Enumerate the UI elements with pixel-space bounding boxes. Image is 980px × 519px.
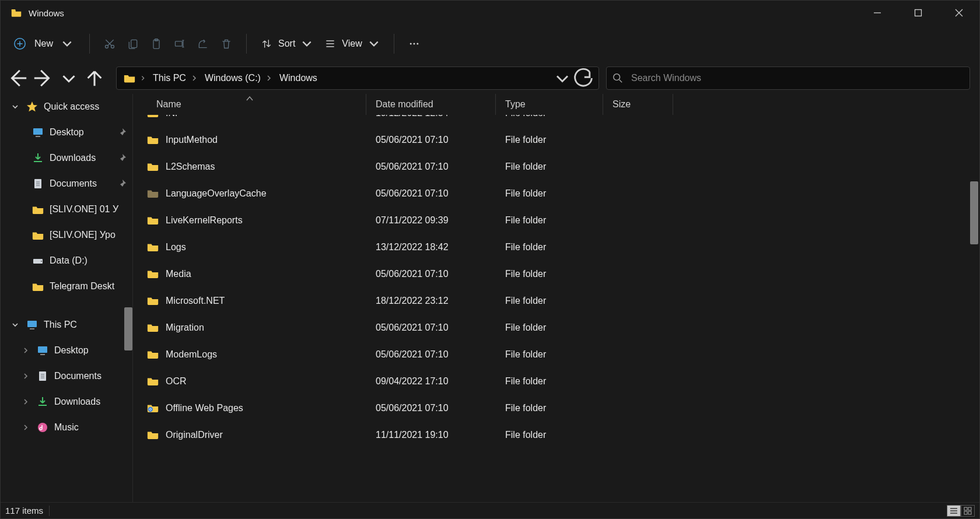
chevron-right-icon[interactable] <box>20 373 31 380</box>
address-folder-icon <box>124 73 135 83</box>
sidebar-item[interactable]: Music <box>1 415 132 440</box>
sort-button-label: Sort <box>278 38 295 49</box>
address-bar[interactable]: This PC Windows (C:) Windows <box>116 66 599 90</box>
back-button[interactable] <box>6 68 29 89</box>
sidebar-item-label: Data (D:) <box>50 255 132 266</box>
address-history-button[interactable] <box>552 68 573 89</box>
tree-scrollbar-thumb[interactable] <box>124 307 132 350</box>
column-name[interactable]: Name <box>133 94 366 115</box>
file-date: 13/12/2022 18:42 <box>366 242 496 253</box>
sidebar-item[interactable]: Telegram Deskt <box>1 273 132 299</box>
history-button[interactable] <box>58 68 80 89</box>
file-row[interactable]: Offline Web Pages05/06/2021 07:10File fo… <box>133 395 979 422</box>
file-date: 05/06/2021 07:10 <box>366 135 496 145</box>
file-row[interactable]: Microsoft.NET18/12/2022 23:12File folder <box>133 287 979 314</box>
column-size[interactable]: Size <box>603 94 673 115</box>
file-row[interactable]: ModemLogs05/06/2021 07:10File folder <box>133 341 979 368</box>
refresh-button[interactable] <box>573 68 594 89</box>
body-split: Quick access DesktopDownloadsDocuments[S… <box>1 94 979 502</box>
paste-button[interactable] <box>145 32 168 55</box>
column-type[interactable]: Type <box>496 94 603 115</box>
view-details-button[interactable] <box>947 505 961 517</box>
arrow-left-icon <box>6 67 29 89</box>
file-list: Name Date modified Type Size INF19/12/20… <box>132 94 979 502</box>
file-type: File folder <box>496 215 603 226</box>
view-icons-button[interactable] <box>961 505 975 517</box>
star-icon <box>26 101 38 113</box>
file-row[interactable]: OriginalDriver11/11/2021 19:10File folde… <box>133 422 979 448</box>
file-row[interactable]: INF19/12/2022 12:34File folder <box>133 115 979 127</box>
chevron-right-icon[interactable] <box>20 424 31 431</box>
column-label: Type <box>505 99 526 110</box>
breadcrumb-label: Windows <box>279 73 317 83</box>
chevron-right-icon <box>191 75 198 82</box>
svg-rect-4 <box>131 40 137 47</box>
chevron-down-icon[interactable] <box>10 103 20 110</box>
new-button[interactable]: New <box>5 32 81 55</box>
sidebar-item[interactable]: Downloads <box>1 389 132 415</box>
search-box[interactable] <box>606 66 970 90</box>
sidebar-item[interactable]: Data (D:) <box>1 248 132 273</box>
file-date: 18/12/2022 23:12 <box>366 296 496 306</box>
delete-button[interactable] <box>215 32 238 55</box>
svg-point-8 <box>410 43 411 45</box>
file-row[interactable]: LanguageOverlayCache05/06/2021 07:10File… <box>133 180 979 207</box>
file-row[interactable]: InputMethod05/06/2021 07:10File folder <box>133 127 979 153</box>
breadcrumb-drive-c[interactable]: Windows (C:) <box>201 67 276 89</box>
file-row[interactable]: OCR09/04/2022 17:10File folder <box>133 368 979 395</box>
search-input[interactable] <box>631 73 964 83</box>
svg-point-11 <box>614 74 620 80</box>
chevron-down-icon <box>368 38 380 50</box>
up-button[interactable] <box>83 68 106 89</box>
chevron-right-icon[interactable] <box>20 398 31 405</box>
folder-icon <box>32 229 44 241</box>
more-button[interactable] <box>402 32 426 55</box>
tree-quick-access[interactable]: Quick access <box>1 94 132 120</box>
sidebar-item[interactable]: Desktop <box>1 338 132 363</box>
file-row[interactable]: Logs13/12/2022 18:42File folder <box>133 234 979 261</box>
folder-icon <box>147 135 159 145</box>
folder-icon <box>147 377 159 386</box>
file-row[interactable]: L2Schemas05/06/2021 07:10File folder <box>133 153 979 180</box>
file-date: 05/06/2021 07:10 <box>366 349 496 360</box>
file-row[interactable]: Migration05/06/2021 07:10File folder <box>133 314 979 341</box>
share-button[interactable] <box>191 32 215 55</box>
sidebar-item-label: Downloads <box>54 397 132 407</box>
minimize-button[interactable] <box>857 1 898 25</box>
forward-button[interactable] <box>32 68 54 89</box>
file-row[interactable]: Media05/06/2021 07:10File folder <box>133 261 979 287</box>
sort-indicator-up-icon <box>246 94 253 103</box>
rename-button[interactable] <box>168 32 191 55</box>
column-date[interactable]: Date modified <box>366 94 496 115</box>
chevron-down-icon[interactable] <box>10 321 20 328</box>
sidebar-item[interactable]: [SLIV.ONE] 01 У <box>1 197 132 222</box>
chevron-right-icon[interactable] <box>20 347 31 354</box>
sidebar-item[interactable]: Documents <box>1 363 132 389</box>
app-folder-icon <box>11 9 22 17</box>
icons-view-icon <box>964 507 972 515</box>
sidebar-item[interactable]: [SLIV.ONE] Уро <box>1 222 132 248</box>
column-label: Size <box>612 99 631 110</box>
view-list-icon <box>324 38 336 50</box>
pin-icon <box>117 179 127 188</box>
copy-button[interactable] <box>121 32 145 55</box>
file-scrollbar-thumb[interactable] <box>970 181 978 244</box>
sidebar-item[interactable]: Desktop <box>1 120 132 145</box>
tree-this-pc[interactable]: This PC <box>1 312 132 338</box>
title-bar: Windows <box>1 1 979 25</box>
breadcrumb-current[interactable]: Windows <box>276 67 321 89</box>
sort-button[interactable]: Sort <box>255 32 318 55</box>
cut-button[interactable] <box>98 32 121 55</box>
breadcrumb-this-pc[interactable]: This PC <box>149 67 201 89</box>
file-date: 05/06/2021 07:10 <box>366 162 496 172</box>
sidebar-item[interactable]: Downloads <box>1 145 132 171</box>
sidebar-item[interactable]: Documents <box>1 171 132 197</box>
file-row[interactable]: LiveKernelReports07/11/2022 09:39File fo… <box>133 207 979 234</box>
trash-icon <box>220 38 232 50</box>
view-button-label: View <box>342 38 362 49</box>
view-button[interactable]: View <box>318 32 385 55</box>
close-button[interactable] <box>939 1 979 25</box>
maximize-button[interactable] <box>898 1 939 25</box>
svg-rect-13 <box>36 136 40 137</box>
chevron-down-icon <box>301 38 313 50</box>
